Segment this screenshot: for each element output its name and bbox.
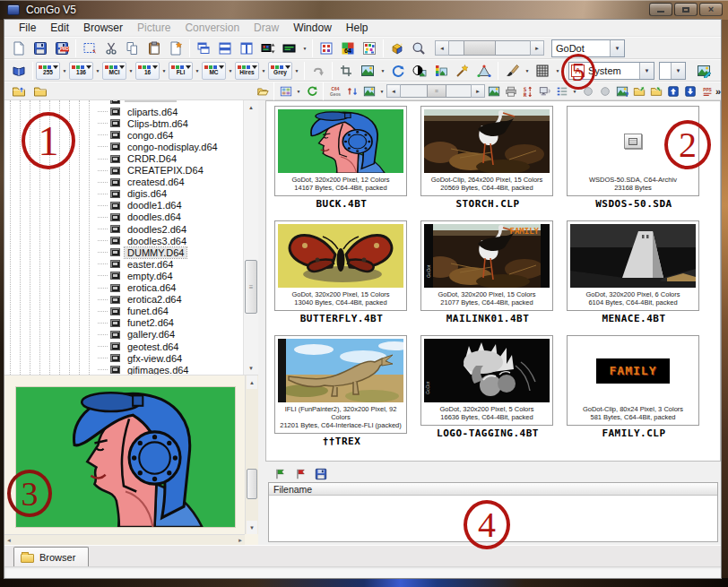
tree-item[interactable]: gifimages.d64 (98, 364, 242, 375)
folder-new-button[interactable] (30, 82, 51, 101)
brush-dropdown[interactable] (523, 62, 532, 80)
save-button[interactable] (30, 39, 51, 58)
mode-136-dropdown[interactable] (93, 62, 102, 80)
folder-open-button[interactable] (254, 82, 271, 101)
show-image-button[interactable] (485, 82, 502, 101)
rotate-button[interactable] (387, 61, 409, 81)
remove-file-button[interactable] (293, 467, 308, 481)
mode-hires-button[interactable]: Hires (235, 62, 259, 80)
image-info-button[interactable] (613, 82, 630, 101)
tree-item[interactable]: geotest.d64 (98, 341, 242, 352)
scroll-right-icon[interactable]: ► (238, 538, 243, 543)
extra-combobox[interactable] (659, 62, 686, 80)
scroll-left-icon[interactable]: ◄ (6, 538, 12, 543)
tree-scrollbar-thumb[interactable]: ≡ (245, 260, 257, 314)
crop-button[interactable] (335, 61, 357, 81)
tree-item[interactable]: empty.d64 (98, 270, 242, 281)
color-levels-button[interactable] (430, 61, 452, 81)
maximize-button[interactable] (674, 3, 698, 16)
thumbnail-logo-tagging[interactable]: GoDot GoDot, 320x200 Pixel, 5 Colors1663… (420, 335, 555, 436)
mode-grey-dropdown[interactable] (292, 62, 301, 80)
folder-up-button[interactable] (8, 82, 30, 101)
preview-vscroll-thumb[interactable] (247, 469, 257, 499)
tree-item[interactable]: createsd.d64 (98, 177, 242, 188)
pps-format-button[interactable] (698, 82, 715, 101)
tree-item[interactable]: doodles3.d64 (98, 235, 242, 246)
mode-grey-button[interactable]: Grey (268, 62, 292, 80)
menu-help[interactable]: Help (339, 21, 376, 35)
slider-right-arrow-icon[interactable] (530, 40, 544, 56)
thumbnail-view-button[interactable] (277, 82, 294, 101)
write-disk-button[interactable] (314, 467, 328, 481)
c64-colors-button[interactable] (337, 39, 359, 58)
cascade-windows-button[interactable] (193, 39, 214, 58)
image-adjust-button[interactable] (357, 61, 378, 81)
load-image-button[interactable] (8, 61, 30, 81)
tree-item[interactable]: funet2.d64 (98, 317, 242, 329)
mode-16-button[interactable]: 16 (135, 62, 160, 80)
mode-255-dropdown[interactable] (60, 62, 69, 80)
preview-hscrollbar[interactable]: ◄► (4, 534, 245, 545)
mode-136-button[interactable]: 136 (69, 62, 93, 80)
thumbnail-mailink[interactable]: FAMILYGoDot GoDot, 320x200 Pixel, 15 Col… (420, 220, 555, 321)
tree-item[interactable]: doodle1.d64 (98, 200, 242, 211)
more-buttons-chevron[interactable] (715, 86, 724, 97)
scroll-down-icon[interactable]: ▼ (247, 521, 257, 534)
format-combobox[interactable]: GoDot (551, 39, 625, 57)
slider-left-arrow-icon[interactable] (435, 40, 449, 56)
title-bar[interactable]: ConGo V5 × (0, 0, 728, 20)
cut-button[interactable] (100, 39, 122, 58)
mode-mci-dropdown[interactable] (126, 62, 135, 80)
image-adjust-dropdown[interactable] (378, 62, 387, 80)
refresh-button[interactable] (303, 82, 320, 101)
tree-item[interactable]: congo.d64 (98, 129, 242, 141)
mode-hires-dropdown[interactable] (259, 62, 268, 80)
apply-edit-button[interactable] (693, 61, 715, 81)
scroll-up-icon[interactable]: ▲ (247, 376, 257, 389)
c64-bitmap-button[interactable] (316, 39, 337, 58)
tile-horizontal-button[interactable] (214, 39, 236, 58)
move-down-button[interactable] (681, 82, 698, 101)
format-combobox-arrow-icon[interactable] (610, 40, 624, 56)
color-curve-button[interactable] (473, 61, 495, 81)
tile-vertical-button[interactable] (236, 39, 257, 58)
mode-16-dropdown[interactable] (160, 62, 169, 80)
tree-item-selected[interactable]: DUMMY.D64 (98, 246, 242, 258)
slider-thumb[interactable] (464, 40, 496, 56)
menu-window[interactable]: Window (286, 21, 339, 35)
new-document-button[interactable] (8, 39, 30, 58)
tree-item[interactable]: gfx-view.d64 (98, 352, 242, 364)
palette-combobox-arrow-icon[interactable] (639, 63, 654, 79)
tree-item[interactable]: doodles.d64 (98, 211, 242, 223)
new-page-button[interactable] (165, 39, 186, 58)
import-folder-button[interactable] (630, 82, 647, 101)
sort-button[interactable] (343, 82, 360, 101)
c64-geos-button[interactable] (326, 82, 343, 101)
tree-item[interactable]: CRDR.D64 (98, 152, 242, 164)
preview-pane[interactable]: ▲ ▼ ◄► (4, 375, 258, 545)
position-slider[interactable] (435, 40, 544, 56)
image-view-dropdown[interactable] (377, 82, 386, 100)
tree-item[interactable]: erotica2.d64 (98, 294, 242, 306)
browser-slider-track[interactable]: ≡ (400, 85, 472, 97)
slider-track[interactable] (448, 41, 531, 55)
display-mode-dropdown[interactable] (300, 39, 309, 57)
scroll-up-icon[interactable]: ▲ (245, 100, 257, 114)
move-up-button[interactable] (664, 82, 681, 101)
magic-wand-button[interactable] (452, 61, 473, 81)
browser-slider-thumb[interactable]: ≡ (427, 84, 446, 98)
filename-column-header[interactable]: Filename (269, 483, 717, 496)
tree-item[interactable]: easter.d64 (98, 258, 242, 270)
resort-button[interactable] (519, 82, 536, 101)
thumbnail-trex[interactable]: IFLI (FunPainter2), 320x200 Pixel, 92 Co… (274, 335, 409, 436)
tree-item[interactable]: CREATEPIX.D64 (98, 165, 242, 177)
render-3d-button[interactable] (386, 39, 408, 58)
browser-slider[interactable]: ≡ (386, 84, 485, 98)
tree-item[interactable]: erotica.d64 (98, 282, 242, 294)
tree-item[interactable]: gallery.d64 (98, 329, 242, 341)
close-button[interactable]: × (699, 3, 723, 16)
mode-mc-button[interactable]: MC (202, 62, 226, 80)
export-folder-button[interactable] (647, 82, 664, 101)
zoom-button[interactable] (408, 39, 429, 58)
contrast-button[interactable] (409, 61, 430, 81)
